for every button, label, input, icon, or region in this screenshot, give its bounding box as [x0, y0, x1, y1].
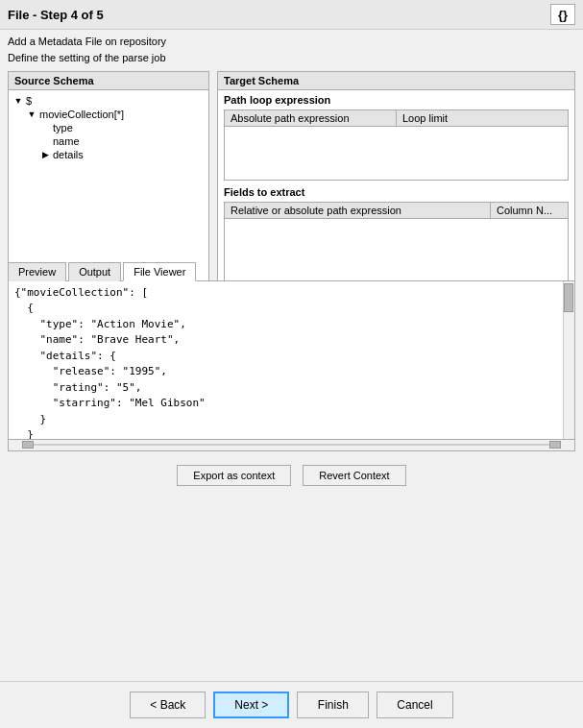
wizard-title: File - Step 4 of 5: [8, 8, 104, 22]
code-line-3: "type": "Action Movie",: [14, 317, 569, 333]
target-schema-title: Target Schema: [218, 72, 574, 90]
fields-extract-col1: Relative or absolute path expression: [225, 203, 491, 218]
next-button[interactable]: Next >: [213, 692, 289, 718]
main-content: Source Schema ▼ $ ▼ movieCollection[*] t…: [0, 71, 583, 261]
tab-preview[interactable]: Preview: [8, 262, 66, 281]
tab-bar: Preview Output File Viewer: [8, 261, 575, 281]
tree-node-movieCollection[interactable]: ▼ movieCollection[*]: [12, 108, 205, 121]
bottom-spacer: [0, 496, 583, 682]
hscroll-left-arrow[interactable]: [22, 441, 34, 449]
hscroll-track: [34, 444, 549, 446]
subtitle-line2: Define the setting of the parse job: [8, 50, 575, 66]
source-schema-title: Source Schema: [9, 72, 208, 90]
footer-buttons: < Back Next > Finish Cancel: [0, 681, 583, 728]
code-line-4: "name": "Brave Heart",: [14, 332, 569, 349]
path-loop-header: Absolute path expression Loop limit: [225, 110, 568, 127]
fields-extract-title: Fields to extract: [224, 186, 569, 198]
context-buttons: Export as context Revert Context: [0, 455, 583, 496]
back-button[interactable]: < Back: [130, 692, 206, 718]
hscroll-right-arrow[interactable]: [549, 441, 561, 449]
tree-node-type[interactable]: type: [12, 121, 205, 134]
tree-label-name: name: [53, 135, 80, 147]
path-loop-section: Path loop expression Absolute path expre…: [218, 90, 574, 182]
tree-arrow-movieCollection[interactable]: ▼: [26, 109, 37, 120]
path-loop-col2: Loop limit: [397, 110, 568, 126]
path-loop-col1: Absolute path expression: [225, 110, 397, 126]
code-line-9: }: [14, 412, 569, 428]
tree-node-name[interactable]: name: [12, 134, 205, 148]
preview-hscroll[interactable]: [8, 440, 575, 451]
code-line-7: "rating": "5",: [14, 380, 569, 397]
json-icon[interactable]: {}: [550, 4, 575, 25]
tree-label-root: $: [26, 95, 32, 107]
export-context-button[interactable]: Export as context: [177, 465, 291, 486]
fields-extract-col2: Column N...: [491, 203, 568, 218]
tree-node-root[interactable]: ▼ $: [12, 94, 205, 108]
code-line-1: {"movieCollection": [: [14, 285, 569, 302]
preview-scrollbar[interactable]: [563, 281, 574, 439]
preview-area: Preview Output File Viewer {"movieCollec…: [8, 261, 575, 451]
title-bar: File - Step 4 of 5 {}: [0, 0, 583, 30]
tree-label-details: details: [53, 149, 84, 160]
revert-context-button[interactable]: Revert Context: [303, 465, 405, 486]
tree-label-movieCollection: movieCollection[*]: [39, 109, 124, 120]
tree-node-details[interactable]: ▶ details: [12, 148, 205, 161]
tab-output[interactable]: Output: [68, 262, 121, 281]
path-loop-title: Path loop expression: [224, 94, 569, 106]
code-line-2: {: [14, 301, 569, 317]
path-loop-body: [225, 127, 568, 180]
code-line-10: }: [14, 427, 569, 440]
subtitle-line1: Add a Metadata File on repository: [8, 34, 575, 50]
cancel-button[interactable]: Cancel: [377, 692, 452, 718]
preview-content: {"movieCollection": [ { "type": "Action …: [8, 281, 575, 440]
fields-extract-header: Relative or absolute path expression Col…: [225, 203, 568, 219]
code-line-5: "details": {: [14, 349, 569, 365]
wizard-subtitle: Add a Metadata File on repository Define…: [0, 30, 583, 71]
tab-file-viewer[interactable]: File Viewer: [123, 262, 196, 281]
path-loop-table: Absolute path expression Loop limit: [224, 109, 569, 181]
scroll-thumb: [564, 283, 573, 312]
code-line-6: "release": "1995",: [14, 364, 569, 380]
tree-arrow-root[interactable]: ▼: [12, 95, 24, 107]
tree-arrow-details[interactable]: ▶: [39, 149, 51, 160]
finish-button[interactable]: Finish: [297, 692, 369, 718]
code-line-8: "starring": "Mel Gibson": [14, 396, 569, 412]
tree-label-type: type: [53, 122, 73, 133]
wizard-window: File - Step 4 of 5 {} Add a Metadata Fil…: [0, 0, 583, 728]
